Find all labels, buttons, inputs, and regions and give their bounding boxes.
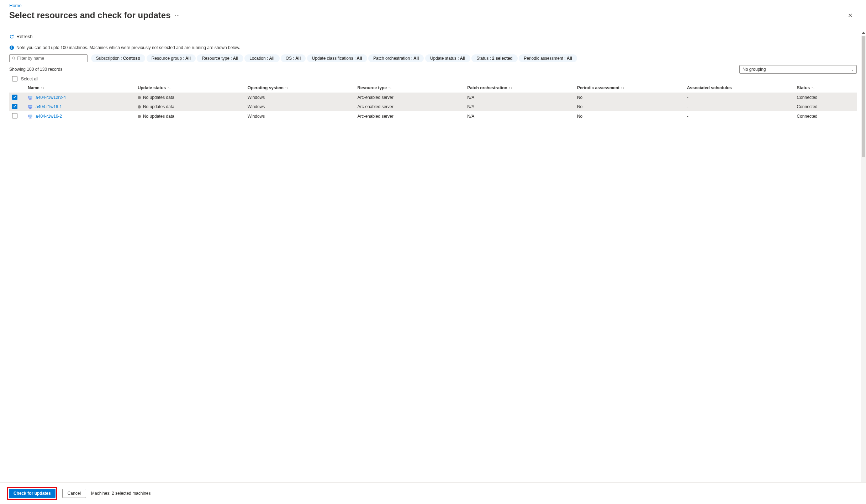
page-title: Select resources and check for updates [9,10,171,20]
filter-input[interactable] [17,56,85,61]
col-periodic[interactable]: Periodic assessment↑↓ [574,83,684,93]
chevron-down-icon: ⌵ [851,68,854,71]
col-resource-type[interactable]: Resource type↑↓ [354,83,464,93]
svg-rect-15 [30,118,31,118]
cell-patch: N/A [464,93,574,102]
cell-os: Windows [245,93,355,102]
table-row[interactable]: a404-r1w16-2No updates dataWindowsArc-en… [9,111,857,122]
svg-point-3 [12,57,14,59]
col-status[interactable]: Status↑↓ [794,83,857,93]
arc-server-icon [28,95,33,100]
cell-os: Windows [245,102,355,111]
svg-line-4 [14,59,15,60]
selected-machines-text: Machines: 2 selected machines [91,491,151,496]
record-count: Showing 100 of 130 records [9,67,62,72]
filter-input-wrap[interactable] [9,54,88,62]
cell-resource-type: Arc-enabled server [354,111,464,122]
cancel-button[interactable]: Cancel [62,489,86,498]
cell-patch: N/A [464,111,574,122]
row-checkbox[interactable] [12,113,17,118]
status-dot-icon [138,115,141,118]
cell-os: Windows [245,111,355,122]
machine-link[interactable]: a404-r1w16-2 [36,114,62,119]
svg-rect-6 [29,96,32,98]
cell-assoc: - [684,111,794,122]
filter-pill-2[interactable]: Resource type : All [197,54,243,62]
resources-table: Name↑↓ Update status↑↓ Operating system↑… [9,83,857,121]
search-icon [12,56,16,60]
svg-rect-12 [29,108,32,108]
filter-pill-1[interactable]: Resource group : All [147,54,196,62]
svg-rect-8 [29,99,32,99]
scrollbar[interactable] [861,36,866,493]
status-dot-icon [138,105,141,108]
cell-update-status: No updates data [135,111,245,122]
filter-pill-8[interactable]: Status : 2 selected [471,54,518,62]
cell-status: Connected [794,93,857,102]
col-assoc[interactable]: Associated schedules [684,83,794,93]
col-name[interactable]: Name↑↓ [25,83,135,93]
refresh-button[interactable]: Refresh [9,34,33,39]
info-bar: Note you can add upto 100 machines. Mach… [0,42,866,53]
more-actions-button[interactable]: ··· [175,12,180,18]
status-dot-icon [138,96,141,99]
grouping-select[interactable]: No grouping ⌵ [739,65,857,74]
cell-patch: N/A [464,102,574,111]
select-all-checkbox[interactable] [12,76,17,81]
filter-pill-4[interactable]: OS : All [281,54,306,62]
cell-periodic: No [574,93,684,102]
table-row[interactable]: a404-r1w16-1No updates dataWindowsArc-en… [9,102,857,111]
select-all-label: Select all [21,76,38,81]
filter-pill-3[interactable]: Location : All [244,54,279,62]
arc-server-icon [28,114,33,119]
cell-assoc: - [684,102,794,111]
arc-server-icon [28,104,33,109]
table-row[interactable]: a404-r1w12r2-4No updates dataWindowsArc-… [9,93,857,102]
row-checkbox[interactable] [12,104,17,109]
info-text: Note you can add upto 100 machines. Mach… [16,45,240,50]
svg-rect-1 [11,47,12,49]
info-icon [9,45,14,50]
svg-rect-10 [29,105,32,107]
col-os[interactable]: Operating system↑↓ [245,83,355,93]
svg-point-2 [11,46,12,47]
cell-periodic: No [574,102,684,111]
close-button[interactable]: ✕ [845,11,855,20]
breadcrumb: Home [0,0,866,9]
col-patch[interactable]: Patch orchestration↑↓ [464,83,574,93]
cell-resource-type: Arc-enabled server [354,93,464,102]
svg-rect-14 [29,115,32,117]
cell-periodic: No [574,111,684,122]
bottom-bar: Check for updates Cancel Machines: 2 sel… [0,482,866,504]
svg-rect-16 [29,118,32,118]
cell-update-status: No updates data [135,93,245,102]
cell-resource-type: Arc-enabled server [354,102,464,111]
filter-pill-7[interactable]: Update status : All [425,54,470,62]
cell-assoc: - [684,93,794,102]
filter-pill-9[interactable]: Periodic assessment : All [519,54,577,62]
scroll-thumb[interactable] [862,36,865,157]
cell-status: Connected [794,102,857,111]
col-update-status[interactable]: Update status↑↓ [135,83,245,93]
breadcrumb-home[interactable]: Home [9,3,22,8]
machine-link[interactable]: a404-r1w16-1 [36,104,62,109]
filter-pill-5[interactable]: Update classifications : All [307,54,367,62]
filter-pill-6[interactable]: Patch orchestration : All [368,54,424,62]
cell-update-status: No updates data [135,102,245,111]
filter-pill-0[interactable]: Subscription : Contoso [91,54,145,62]
machine-link[interactable]: a404-r1w12r2-4 [36,95,66,100]
refresh-label: Refresh [16,34,33,39]
cell-status: Connected [794,111,857,122]
grouping-label: No grouping [743,67,766,72]
row-checkbox[interactable] [12,95,17,100]
check-for-updates-button[interactable]: Check for updates [9,489,56,498]
svg-rect-11 [30,108,31,108]
scroll-up-icon[interactable] [862,32,865,34]
refresh-icon [9,34,14,39]
svg-rect-7 [30,99,31,99]
